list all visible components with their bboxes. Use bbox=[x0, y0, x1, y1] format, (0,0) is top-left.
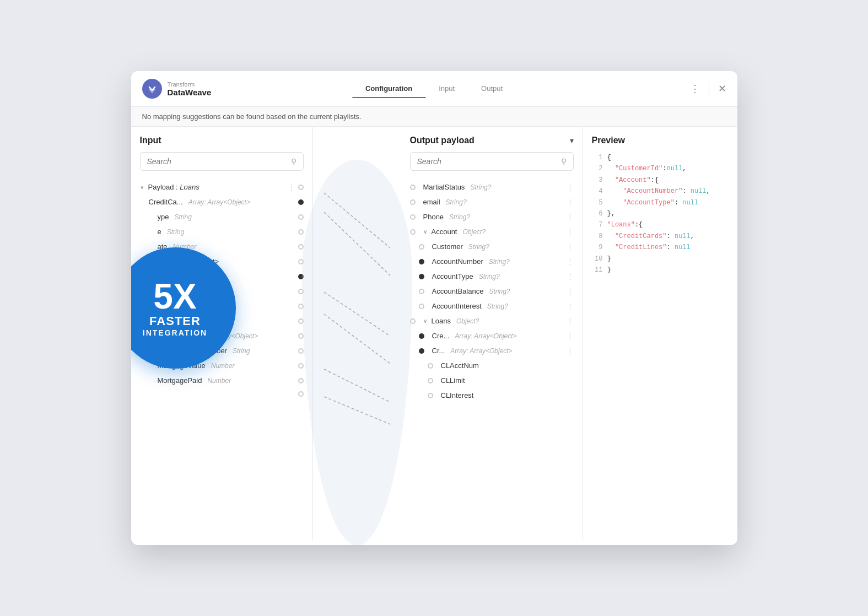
connector-dot bbox=[298, 333, 304, 339]
search-icon: ⚲ bbox=[561, 157, 567, 166]
line-number: 9 bbox=[592, 242, 603, 253]
output-search-box[interactable]: ⚲ bbox=[410, 152, 574, 171]
code-line: 7 "Loans":{ bbox=[592, 219, 729, 230]
code-text: "CreditCards": null, bbox=[607, 231, 694, 242]
connector-dot bbox=[298, 378, 304, 383]
field-name: Cre... bbox=[432, 332, 450, 340]
code-line: 4 "AccountNumber": null, bbox=[592, 186, 729, 197]
chevron-icon: ∨ bbox=[140, 184, 144, 190]
line-number: 10 bbox=[592, 253, 603, 264]
code-text: } bbox=[607, 264, 611, 275]
row-menu-icon[interactable]: ⋮ bbox=[567, 287, 574, 295]
line-number: 4 bbox=[592, 186, 603, 197]
field-name: MartialStatus bbox=[423, 183, 465, 191]
app-name: DataWeave bbox=[168, 88, 212, 97]
line-number: 7 bbox=[592, 219, 603, 230]
connector-dot bbox=[428, 363, 433, 369]
row-menu-icon[interactable]: ⋮ bbox=[567, 317, 574, 325]
field-type: String? bbox=[487, 302, 508, 310]
banner: No mapping suggestions can be found base… bbox=[131, 107, 737, 127]
field-type: String? bbox=[489, 258, 510, 266]
field-row: Customer String? ⋮ bbox=[419, 239, 574, 254]
badge-line2: INTEGRATION bbox=[143, 328, 207, 337]
field-name: Account bbox=[432, 228, 457, 236]
row-menu-icon[interactable]: ⋮ bbox=[567, 183, 574, 191]
row-menu-icon[interactable]: ⋮ bbox=[567, 272, 574, 280]
row-menu-icon[interactable]: ⋮ bbox=[567, 302, 574, 310]
svg-line-2 bbox=[324, 212, 390, 275]
svg-line-6 bbox=[324, 397, 390, 424]
field-row: CreditCa... Array: Array<Object> bbox=[149, 194, 304, 209]
search-icon: ⚲ bbox=[291, 157, 296, 166]
connector-dot bbox=[410, 199, 416, 205]
field-name: Cr... bbox=[432, 347, 445, 355]
code-text: "CustomerId":null, bbox=[607, 163, 687, 174]
field-row: AccountNumber String? ⋮ bbox=[419, 254, 574, 269]
tab-configuration[interactable]: Configuration bbox=[352, 80, 425, 98]
field-row bbox=[140, 388, 304, 400]
field-type: Array: Array<Object> bbox=[455, 332, 516, 340]
tab-input[interactable]: Input bbox=[425, 80, 468, 98]
field-name: e bbox=[158, 228, 161, 236]
row-menu-icon[interactable]: ⋮ bbox=[567, 213, 574, 221]
row-menu-icon[interactable]: ⋮ bbox=[567, 242, 574, 251]
row-menu-icon[interactable]: ⋮ bbox=[567, 228, 574, 236]
connector-dot bbox=[298, 391, 304, 397]
code-text: }, bbox=[607, 208, 615, 219]
code-text: "Loans":{ bbox=[607, 219, 643, 230]
field-type: Object? bbox=[456, 317, 479, 325]
line-number: 5 bbox=[592, 197, 603, 208]
output-search-input[interactable] bbox=[417, 157, 557, 166]
code-line: 3 "Account":{ bbox=[592, 175, 729, 186]
code-line: 1 { bbox=[592, 152, 729, 163]
line-number: 1 bbox=[592, 152, 603, 163]
field-row: CLAcctNum bbox=[428, 358, 574, 373]
code-text: } bbox=[607, 253, 611, 264]
connector-dot bbox=[298, 214, 304, 220]
output-header: Output payload ▾ bbox=[410, 136, 574, 145]
more-options-icon[interactable]: ⋮ bbox=[690, 83, 700, 95]
logo-area: Transform DataWeave bbox=[142, 79, 212, 99]
line-number: 8 bbox=[592, 231, 603, 242]
tab-output[interactable]: Output bbox=[468, 80, 516, 98]
line-number: 2 bbox=[592, 163, 603, 174]
field-type: Number bbox=[207, 377, 231, 385]
badge-line1: FASTER bbox=[149, 314, 201, 328]
connector-dot bbox=[419, 259, 424, 264]
field-name: CLInterest bbox=[441, 391, 474, 399]
field-name: email bbox=[423, 198, 440, 206]
code-line: 9 "CreditLines": null bbox=[592, 242, 729, 253]
row-menu-icon[interactable]: ⋮ bbox=[567, 347, 574, 355]
field-name: Phone bbox=[423, 213, 444, 221]
svg-line-4 bbox=[324, 314, 390, 364]
header-divider bbox=[709, 83, 709, 94]
connector-dot bbox=[298, 229, 304, 235]
field-type: String? bbox=[449, 213, 470, 221]
connector-dot bbox=[410, 185, 416, 190]
field-row: Phone String? ⋮ bbox=[410, 209, 574, 224]
field-type: Object? bbox=[462, 228, 485, 236]
code-line: 2 "CustomerId":null, bbox=[592, 163, 729, 174]
row-menu-icon[interactable]: ⋮ bbox=[567, 198, 574, 206]
field-type: Array: Array<Object> bbox=[188, 198, 250, 206]
connector-dot bbox=[298, 244, 304, 250]
close-icon[interactable]: ✕ bbox=[718, 83, 726, 95]
input-search-input[interactable] bbox=[147, 157, 287, 166]
row-menu-icon[interactable]: ⋮ bbox=[288, 183, 295, 191]
row-menu-icon[interactable]: ⋮ bbox=[567, 257, 574, 266]
connector-dot bbox=[419, 274, 424, 279]
connector-dot bbox=[298, 348, 304, 354]
field-name: MortgagePaid bbox=[158, 376, 202, 385]
connector-dot bbox=[298, 363, 304, 369]
field-type: String bbox=[174, 213, 191, 221]
field-row: email String? ⋮ bbox=[410, 194, 574, 209]
row-menu-icon[interactable]: ⋮ bbox=[567, 332, 574, 340]
input-search-box[interactable]: ⚲ bbox=[140, 152, 304, 171]
code-text: "AccountNumber": null, bbox=[607, 186, 710, 197]
field-name: AccountInterest bbox=[432, 302, 482, 310]
code-line: 5 "AccountType": null bbox=[592, 197, 729, 208]
field-name: AccountType bbox=[432, 272, 473, 280]
field-name: ype bbox=[158, 213, 169, 221]
field-row: Cre... Array: Array<Object> ⋮ bbox=[419, 328, 574, 343]
code-text: "CreditLines": null bbox=[607, 242, 691, 253]
